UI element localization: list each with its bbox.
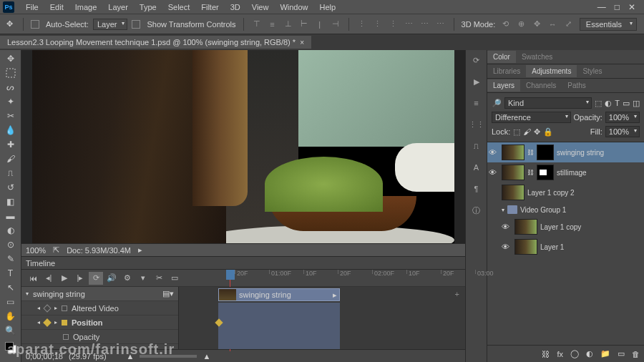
document-canvas[interactable] [32, 50, 454, 243]
layer-name[interactable]: swinging string [557, 149, 643, 157]
hand-tool[interactable]: ✋ [1, 309, 20, 323]
history-brush-tool[interactable]: ↺ [1, 180, 20, 195]
eraser-tool[interactable]: ◧ [1, 195, 20, 209]
clone-panel-icon[interactable]: ⎍ [469, 139, 484, 153]
align-vcenter-icon[interactable]: ≡ [267, 19, 278, 30]
auto-select-checkbox[interactable] [31, 20, 39, 29]
delete-button[interactable]: 🗑 [632, 350, 640, 358]
timeline-tracks-area[interactable]: swinging string ▸ + [179, 287, 465, 349]
menu-type[interactable]: Type [134, 1, 162, 13]
color-swatch[interactable] [5, 342, 16, 353]
goto-start-button[interactable]: ⏮ [26, 272, 40, 285]
layer-thumb[interactable] [514, 239, 537, 255]
layer-row[interactable]: 👁 Layer 1 [487, 237, 644, 257]
align-left-icon[interactable]: ⊢ [298, 19, 310, 30]
fx-button[interactable]: fx [557, 350, 563, 358]
loop-button[interactable]: ⟳ [89, 272, 103, 285]
lock-pixels-icon[interactable]: 🖌 [523, 127, 531, 136]
lock-pos-icon[interactable]: ✥ [534, 127, 540, 137]
channels-tab[interactable]: Channels [520, 79, 562, 92]
clip-menu-icon[interactable]: ▸ [333, 290, 337, 300]
show-transform-checkbox[interactable] [132, 20, 140, 29]
stamp-tool[interactable]: ⎍ [1, 166, 20, 180]
workspace-dropdown[interactable]: Essentials [580, 18, 637, 31]
mute-button[interactable]: 🔊 [104, 272, 119, 285]
zoom-out-icon[interactable]: ▲ [127, 352, 135, 361]
layer-group-row[interactable]: ▾ Video Group 1 [487, 202, 644, 217]
layer-name[interactable]: stillimage [557, 169, 643, 177]
align-right-icon[interactable]: ⊣ [330, 19, 341, 30]
para-panel-icon[interactable]: ¶ [469, 182, 484, 196]
filter-shape-icon[interactable]: ▭ [623, 99, 630, 108]
menu-help[interactable]: Help [314, 1, 342, 13]
3d-orbit-icon[interactable]: ⟲ [499, 19, 511, 30]
expand-group-icon[interactable]: ▾ [502, 207, 504, 213]
align-hcenter-icon[interactable]: | [314, 19, 326, 30]
maximize-button[interactable]: □ [615, 2, 620, 12]
styles-tab[interactable]: Styles [577, 65, 608, 77]
zoom-in-icon[interactable]: ▲ [203, 352, 210, 361]
transition-button[interactable]: ▭ [167, 272, 182, 285]
visibility-icon[interactable]: 👁 [489, 148, 499, 157]
mask-button[interactable]: ◯ [570, 349, 579, 358]
filter-adjust-icon[interactable]: ◐ [605, 99, 612, 108]
timeline-ruler[interactable]: 20F 01:00F 10F 20F 02:00F 10F 20F 03:00 [183, 270, 461, 287]
document-tab[interactable]: Lesson2.3 Looping Movement technique 1.p… [0, 36, 311, 49]
layer-row[interactable]: 👁 Layer 1 copy [487, 217, 644, 237]
layer-row[interactable]: 👁 ⛓ swinging string [487, 142, 644, 162]
menu-window[interactable]: Window [274, 1, 313, 13]
doc-info-chevron[interactable]: ▸ [138, 245, 142, 255]
dist-bottom-icon[interactable]: ⋮ [388, 19, 399, 30]
blend-mode-dropdown[interactable]: Difference [492, 112, 571, 123]
char-panel-icon[interactable]: A [469, 160, 484, 175]
menu-file[interactable]: File [20, 1, 44, 13]
properties-panel-icon[interactable]: ≡ [469, 96, 484, 110]
menu-filter[interactable]: Filter [195, 1, 224, 13]
timeline-zoom-slider[interactable] [140, 355, 197, 358]
timeline-clip[interactable]: swinging string ▸ [218, 288, 340, 301]
visibility-icon[interactable]: 👁 [502, 222, 512, 231]
color-tab[interactable]: Color [487, 51, 516, 63]
doc-info[interactable]: Doc: 5.93M/30.4M [67, 246, 131, 255]
next-frame-button[interactable]: |▸ [73, 272, 87, 285]
wand-tool[interactable]: ✦ [1, 94, 20, 109]
layer-thumb[interactable] [514, 219, 537, 235]
auto-select-dropdown[interactable]: Layer [93, 19, 128, 30]
history-panel-icon[interactable]: ⟳ [469, 53, 484, 67]
track-menu-icon[interactable]: ▤▾ [162, 289, 174, 298]
zoom-expand-icon[interactable]: ⇱ [53, 245, 59, 255]
3d-pan-icon[interactable]: ✥ [531, 19, 542, 30]
marquee-tool[interactable] [1, 66, 20, 80]
layer-name[interactable]: Layer 1 copy 2 [527, 189, 643, 197]
dist-hcenter-icon[interactable]: ⋯ [419, 19, 431, 30]
new-layer-button[interactable]: ▭ [618, 349, 625, 358]
menu-image[interactable]: Image [69, 1, 103, 13]
playhead[interactable] [226, 270, 235, 280]
info-panel-icon[interactable]: ⓘ [469, 203, 484, 217]
dist-vcenter-icon[interactable]: ⋮ [372, 19, 384, 30]
filter-smart-icon[interactable]: ◫ [633, 99, 640, 108]
move-tool[interactable]: ✥ [1, 52, 20, 66]
layer-thumb[interactable] [502, 145, 525, 160]
property-style[interactable]: Style [21, 344, 178, 349]
lock-all-icon[interactable]: 🔒 [543, 127, 553, 137]
gradient-tool[interactable]: ▬ [1, 209, 20, 223]
adjustments-tab[interactable]: Adjustments [526, 65, 577, 77]
filter-pixel-icon[interactable]: ⬚ [595, 99, 602, 108]
layer-name[interactable]: Video Group 1 [520, 206, 643, 214]
filter-type-icon[interactable]: T [615, 99, 620, 107]
play-button[interactable]: ▶ [57, 272, 72, 285]
blur-tool[interactable]: ◐ [1, 223, 20, 238]
dodge-tool[interactable]: ⊙ [1, 238, 20, 252]
3d-zoom-icon[interactable]: ⤢ [562, 19, 574, 30]
path-tool[interactable]: ↖ [1, 280, 20, 295]
property-altered-video[interactable]: ◂▸ Altered Video [21, 301, 178, 315]
timeline-tab[interactable]: Timeline [26, 259, 55, 268]
split-button[interactable]: ✂ [152, 272, 166, 285]
property-position[interactable]: ◂▸ Position [21, 315, 178, 330]
menu-edit[interactable]: Edit [44, 1, 69, 13]
layer-mask-thumb[interactable] [537, 165, 554, 180]
prev-frame-button[interactable]: ◂| [42, 272, 56, 285]
filter-kind-dropdown[interactable]: Kind [504, 97, 592, 109]
document-close-icon[interactable]: × [300, 39, 304, 47]
